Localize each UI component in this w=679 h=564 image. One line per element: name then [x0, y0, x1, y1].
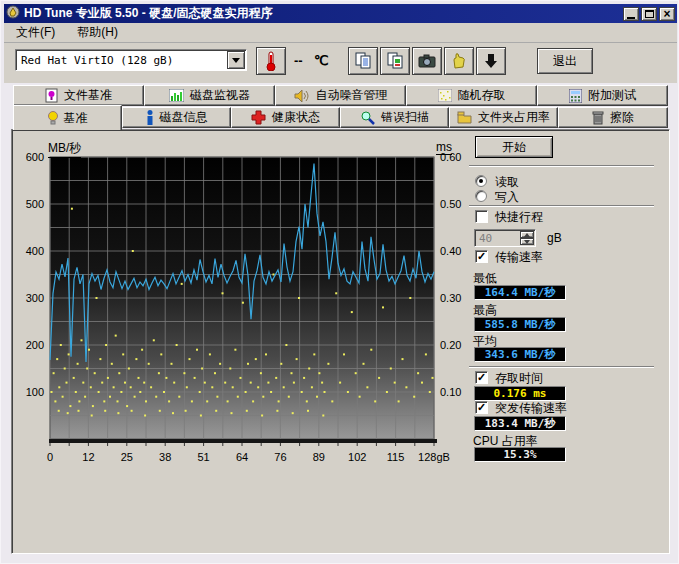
menu-help[interactable]: 帮助(H) — [73, 22, 122, 43]
spinner-up-button[interactable] — [520, 231, 534, 238]
app-icon — [6, 5, 20, 22]
file-benchmark-icon — [45, 88, 58, 103]
minimize-button[interactable] — [623, 7, 639, 21]
screenshot-button[interactable] — [412, 47, 442, 75]
tab-label: 附加测试 — [588, 87, 636, 104]
chevron-down-icon — [232, 58, 240, 63]
short-stroke-spinner[interactable]: 40 — [474, 229, 536, 247]
check-icon: ✓ — [477, 251, 486, 262]
divider — [469, 205, 654, 207]
benchmark-chart-svg: 6005004003002001000.600.500.400.300.200.… — [12, 130, 671, 475]
svg-text:25: 25 — [121, 451, 133, 463]
content-panel: 6005004003002001000.600.500.400.300.200.… — [11, 129, 670, 554]
tab-aam[interactable]: 自动噪音管理 — [275, 85, 406, 106]
spinner-down-button[interactable] — [520, 238, 534, 245]
tab-erase[interactable]: 擦除 — [558, 107, 668, 128]
save-results-button[interactable] — [476, 47, 506, 75]
drive-select-value: Red Hat VirtIO (128 gB) — [16, 54, 227, 67]
tab-disk-info[interactable]: 磁盘信息 — [122, 107, 231, 128]
avg-value-display: 343.6 MB/秒 — [474, 347, 566, 362]
short-stroke-checkbox[interactable] — [475, 210, 488, 223]
left-axis-title: MB/秒 — [48, 140, 81, 158]
menu-file[interactable]: 文件(F) — [12, 22, 59, 43]
down-arrow-icon — [524, 240, 530, 244]
svg-text:600: 600 — [26, 151, 44, 163]
burst-rate-checkbox[interactable]: ✓ — [475, 401, 488, 414]
random-access-icon — [438, 89, 452, 102]
tab-label: 磁盘监视器 — [190, 87, 250, 104]
copy-button[interactable] — [348, 47, 378, 75]
copy-icon — [354, 52, 372, 70]
exit-button[interactable]: 退出 — [537, 48, 593, 74]
short-stroke-value: 40 — [475, 230, 520, 246]
tab-label: 自动噪音管理 — [316, 87, 388, 104]
tab-error-scan[interactable]: 错误扫描 — [340, 107, 449, 128]
options-button[interactable] — [444, 47, 474, 75]
tab-extra-tests[interactable]: 附加测试 — [537, 85, 668, 106]
svg-text:0.30: 0.30 — [440, 292, 461, 304]
svg-text:12: 12 — [82, 451, 94, 463]
tab-health[interactable]: 健康状态 — [231, 107, 340, 128]
svg-text:128gB: 128gB — [418, 451, 450, 463]
svg-text:0.40: 0.40 — [440, 245, 461, 257]
svg-text:0.20: 0.20 — [440, 339, 461, 351]
svg-text:500: 500 — [26, 198, 44, 210]
check-icon: ✓ — [477, 372, 486, 383]
read-radio[interactable] — [475, 175, 487, 187]
close-button[interactable]: × — [659, 7, 675, 21]
svg-text:400: 400 — [26, 245, 44, 257]
drive-select-arrow-button[interactable] — [227, 51, 245, 69]
thermometer-icon — [265, 51, 277, 71]
tab-benchmark[interactable]: 基准 — [13, 105, 122, 130]
trash-icon — [592, 110, 604, 125]
maximize-button[interactable] — [641, 7, 657, 21]
camera-icon — [418, 53, 436, 69]
short-stroke-unit: gB — [547, 231, 562, 245]
cpu-usage-display: 15.3% — [474, 447, 566, 462]
extra-tests-icon — [569, 89, 582, 103]
health-cross-icon — [251, 110, 266, 125]
copy-image-button[interactable] — [380, 47, 410, 75]
min-value-display: 164.4 MB/秒 — [474, 285, 566, 300]
tab-label: 磁盘信息 — [160, 109, 208, 126]
start-button[interactable]: 开始 — [475, 136, 553, 158]
tab-disk-monitor[interactable]: 磁盘监视器 — [144, 85, 275, 106]
write-radio[interactable] — [475, 190, 487, 202]
divider — [469, 366, 654, 368]
title-bar: HD Tune 专业版 5.50 - 硬盘/固态硬盘实用程序 × — [4, 4, 677, 23]
write-radio-label: 写入 — [495, 189, 519, 206]
window-title: HD Tune 专业版 5.50 - 硬盘/固态硬盘实用程序 — [24, 5, 272, 22]
transfer-rate-label: 传输速率 — [495, 249, 543, 266]
short-stroke-label: 快捷行程 — [495, 209, 543, 226]
access-time-checkbox[interactable]: ✓ — [475, 371, 488, 384]
maximize-icon — [645, 10, 654, 18]
transfer-rate-checkbox[interactable]: ✓ — [475, 250, 488, 263]
tab-random-access[interactable]: 随机存取 — [406, 85, 537, 106]
folder-icon — [457, 111, 472, 124]
tab-label: 健康状态 — [272, 109, 320, 126]
temperature-value: -- — [294, 53, 303, 68]
temperature-button[interactable] — [256, 47, 286, 75]
svg-text:0: 0 — [47, 451, 53, 463]
svg-text:115: 115 — [387, 451, 405, 463]
tab-folder-usage[interactable]: 文件夹占用率 — [449, 107, 558, 128]
svg-text:200: 200 — [26, 339, 44, 351]
tab-label: 错误扫描 — [381, 109, 429, 126]
exit-button-label: 退出 — [553, 53, 577, 70]
drive-select[interactable]: Red Hat VirtIO (128 gB) — [15, 49, 247, 71]
check-icon: ✓ — [477, 402, 486, 413]
svg-text:76: 76 — [274, 451, 286, 463]
info-icon — [146, 110, 154, 125]
access-time-label: 存取时间 — [495, 370, 543, 387]
svg-text:51: 51 — [197, 451, 209, 463]
svg-text:102: 102 — [348, 451, 366, 463]
max-value-display: 585.8 MB/秒 — [474, 317, 566, 332]
tab-label: 文件夹占用率 — [478, 109, 550, 126]
tab-file-benchmark[interactable]: 文件基准 — [13, 85, 144, 106]
right-axis-title: ms — [436, 140, 452, 155]
lightbulb-icon — [48, 111, 58, 126]
disk-monitor-icon — [169, 89, 184, 102]
hand-icon — [450, 52, 468, 70]
start-button-label: 开始 — [502, 139, 526, 156]
divider — [469, 165, 654, 167]
